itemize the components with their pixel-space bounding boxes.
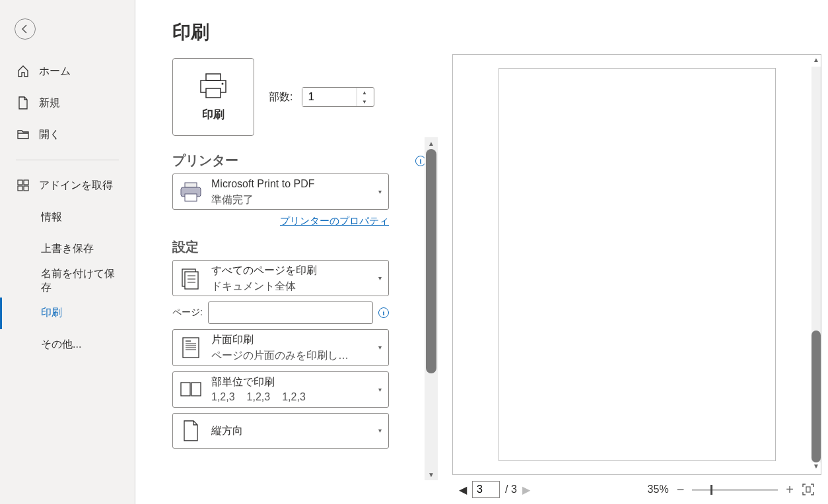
- prev-page-button[interactable]: ◀: [459, 484, 467, 496]
- collate-dropdown[interactable]: 部単位で印刷 1,2,31,2,31,2,3 ▾: [172, 371, 389, 408]
- preview-area: ▲ ▼: [452, 54, 821, 475]
- preview-scrollbar[interactable]: ▲ ▼: [810, 56, 822, 473]
- chevron-down-icon: ▾: [378, 386, 384, 393]
- copies-label: 部数:: [269, 90, 293, 104]
- collate-sub: 1,2,31,2,31,2,3: [211, 390, 372, 404]
- printer-section-header: プリンター: [172, 152, 238, 170]
- scroll-up-icon[interactable]: ▲: [813, 56, 819, 67]
- pages-icon: [177, 267, 205, 290]
- back-arrow-icon: [20, 24, 30, 34]
- sidebar-item-other[interactable]: その他...: [0, 329, 135, 361]
- sidebar-item-print[interactable]: 印刷: [0, 298, 135, 329]
- range-sub: ドキュメント全体: [211, 279, 372, 294]
- info-icon[interactable]: i: [378, 307, 389, 318]
- svg-rect-4: [206, 74, 221, 80]
- sidebar-item-home[interactable]: ホーム: [0, 55, 135, 87]
- printer-dropdown[interactable]: Microsoft Print to PDF 準備完了 ▾: [172, 173, 389, 210]
- print-button-label: 印刷: [202, 107, 224, 122]
- svg-rect-3: [24, 186, 28, 191]
- collate-title: 部単位で印刷: [211, 375, 372, 389]
- orient-title: 縦方向: [211, 424, 372, 438]
- range-title: すべてのページを印刷: [211, 263, 372, 278]
- settings-section-header: 設定: [172, 238, 199, 256]
- svg-rect-2: [18, 186, 22, 191]
- svg-rect-22: [181, 383, 190, 396]
- svg-rect-12: [185, 272, 198, 289]
- svg-rect-24: [806, 487, 810, 492]
- scroll-thumb[interactable]: [811, 331, 821, 462]
- printer-name: Microsoft Print to PDF: [211, 177, 372, 191]
- zoom-slider[interactable]: [692, 489, 778, 491]
- sidebar-item-saveas[interactable]: 名前を付けて保存: [0, 265, 135, 298]
- page-range-dropdown[interactable]: すべてのページを印刷 ドキュメント全体 ▾: [172, 260, 389, 296]
- pages-label: ページ:: [172, 307, 203, 319]
- svg-rect-6: [206, 88, 221, 98]
- pages-input[interactable]: [208, 301, 373, 324]
- zoom-handle[interactable]: [710, 485, 712, 495]
- current-page-input[interactable]: [472, 481, 500, 498]
- page-title: 印刷: [135, 0, 828, 45]
- preview-column: ▲ ▼ ◀ / 3 ▶ 35% −: [426, 45, 828, 504]
- svg-rect-8: [185, 183, 197, 187]
- home-icon: [17, 65, 30, 78]
- sides-dropdown[interactable]: 片面印刷 ページの片面のみを印刷し… ▾: [172, 329, 389, 365]
- printer-status: 準備完了: [211, 193, 372, 207]
- sides-sub: ページの片面のみを印刷し…: [211, 348, 363, 363]
- settings-column: 印刷 部数: ▲ ▼ プリンター i: [135, 45, 426, 504]
- back-button[interactable]: [15, 18, 36, 40]
- sides-icon: [177, 336, 205, 360]
- preview-footer: ◀ / 3 ▶ 35% − +: [452, 475, 821, 504]
- sidebar-item-info[interactable]: 情報: [0, 201, 135, 233]
- print-button[interactable]: 印刷: [172, 58, 254, 136]
- printer-icon: [177, 182, 205, 202]
- main-content: 印刷 印刷 部数:: [135, 0, 828, 504]
- chevron-down-icon: ▾: [378, 188, 384, 195]
- orientation-icon: [177, 420, 205, 442]
- sidebar-item-new[interactable]: 新規: [0, 87, 135, 119]
- chevron-down-icon: ▾: [378, 274, 384, 282]
- copies-spinner[interactable]: ▲ ▼: [302, 87, 374, 107]
- page-preview: [499, 68, 776, 461]
- orientation-dropdown[interactable]: 縦方向 ▾: [172, 413, 389, 449]
- svg-rect-10: [185, 194, 197, 201]
- svg-rect-0: [18, 180, 22, 185]
- zoom-out-button[interactable]: −: [677, 482, 685, 497]
- sidebar-item-label: 開く: [39, 128, 60, 142]
- zoom-in-button[interactable]: +: [786, 482, 794, 497]
- chevron-down-icon: ▾: [378, 427, 384, 434]
- svg-rect-23: [191, 383, 201, 396]
- printer-properties-link[interactable]: プリンターのプロパティ: [172, 215, 389, 228]
- printer-large-icon: [198, 73, 228, 99]
- chevron-down-icon: ▾: [378, 344, 384, 351]
- sidebar-item-label: アドインを取得: [39, 179, 113, 193]
- sidebar-divider: [16, 160, 119, 160]
- copies-up[interactable]: ▲: [357, 88, 371, 97]
- sidebar-item-label: ホーム: [39, 65, 71, 79]
- backstage-sidebar: ホーム 新規 開く アドインを取得 情報 上書き保存 名前を付けて保存 印刷 そ…: [0, 0, 135, 504]
- copies-input[interactable]: [302, 88, 357, 106]
- addins-icon: [17, 179, 30, 192]
- total-pages: / 3: [505, 484, 517, 495]
- zoom-fit-button[interactable]: [802, 483, 815, 496]
- svg-rect-1: [24, 180, 28, 185]
- svg-point-7: [222, 82, 224, 84]
- file-icon: [17, 96, 30, 110]
- sidebar-item-save[interactable]: 上書き保存: [0, 233, 135, 265]
- sidebar-item-open[interactable]: 開く: [0, 119, 135, 150]
- sides-title: 片面印刷: [211, 332, 372, 347]
- copies-down[interactable]: ▼: [357, 97, 371, 106]
- collate-icon: [177, 380, 205, 398]
- scroll-down-icon[interactable]: ▼: [813, 462, 819, 473]
- zoom-level: 35%: [648, 484, 669, 495]
- sidebar-item-addins[interactable]: アドインを取得: [0, 170, 135, 201]
- sidebar-item-label: 新規: [39, 96, 60, 110]
- next-page-button[interactable]: ▶: [522, 484, 530, 496]
- folder-icon: [17, 129, 30, 141]
